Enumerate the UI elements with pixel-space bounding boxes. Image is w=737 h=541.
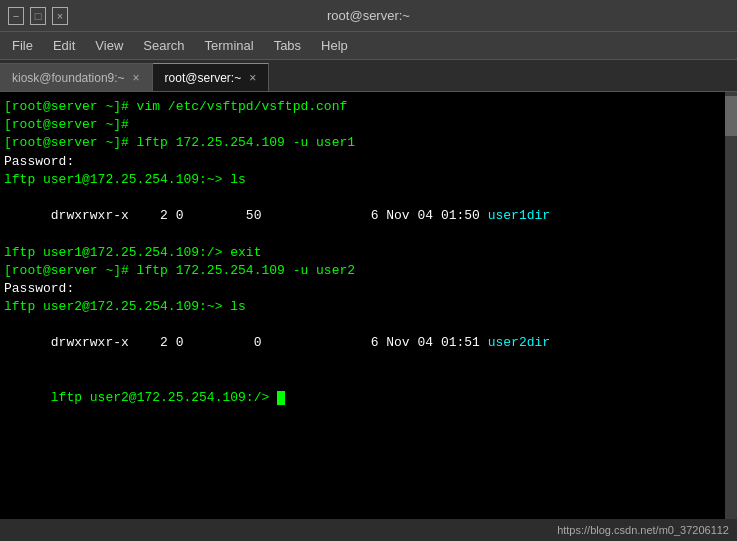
terminal-line-4: Password: [4, 153, 721, 171]
menu-search[interactable]: Search [135, 36, 192, 55]
menu-tabs[interactable]: Tabs [266, 36, 309, 55]
maximize-button[interactable]: □ [30, 7, 46, 25]
tab-kiosk[interactable]: kiosk@foundation9:~ × [0, 63, 153, 91]
terminal[interactable]: [root@server ~]# vim /etc/vsftpd/vsftpd.… [0, 92, 725, 519]
statusbar: https://blog.csdn.net/m0_37206112 [0, 519, 737, 541]
terminal-line-6: drwxrwxr-x 2 0 50 6 Nov 04 01:50 user1di… [4, 189, 721, 244]
scrollbar-thumb[interactable] [725, 96, 737, 136]
terminal-line-7: lftp user1@172.25.254.109:/> exit [4, 244, 721, 262]
tab-root-label: root@server:~ [165, 71, 242, 85]
minimize-button[interactable]: − [8, 7, 24, 25]
status-url: https://blog.csdn.net/m0_37206112 [557, 524, 729, 536]
close-button[interactable]: × [52, 7, 68, 25]
menu-edit[interactable]: Edit [45, 36, 83, 55]
window-title: root@server:~ [68, 8, 669, 23]
tab-kiosk-label: kiosk@foundation9:~ [12, 71, 125, 85]
scrollbar[interactable] [725, 92, 737, 519]
cursor [277, 391, 285, 405]
menu-terminal[interactable]: Terminal [197, 36, 262, 55]
menu-view[interactable]: View [87, 36, 131, 55]
tab-root[interactable]: root@server:~ × [153, 63, 270, 91]
terminal-line-11: drwxrwxr-x 2 0 0 6 Nov 04 01:51 user2dir [4, 316, 721, 371]
menu-file[interactable]: File [4, 36, 41, 55]
terminal-line-9: Password: [4, 280, 721, 298]
terminal-line-1: [root@server ~]# vim /etc/vsftpd/vsftpd.… [4, 98, 721, 116]
terminal-line-8: [root@server ~]# lftp 172.25.254.109 -u … [4, 262, 721, 280]
terminal-line-10: lftp user2@172.25.254.109:~> ls [4, 298, 721, 316]
terminal-wrapper: [root@server ~]# vim /etc/vsftpd/vsftpd.… [0, 92, 737, 519]
tabs-bar: kiosk@foundation9:~ × root@server:~ × [0, 60, 737, 92]
terminal-line-5: lftp user1@172.25.254.109:~> ls [4, 171, 721, 189]
menu-help[interactable]: Help [313, 36, 356, 55]
titlebar: − □ × root@server:~ [0, 0, 737, 32]
menubar: File Edit View Search Terminal Tabs Help [0, 32, 737, 60]
terminal-line-3: [root@server ~]# lftp 172.25.254.109 -u … [4, 134, 721, 152]
terminal-line-2: [root@server ~]# [4, 116, 721, 134]
terminal-line-12: lftp user2@172.25.254.109:/> [4, 371, 721, 426]
tab-kiosk-close[interactable]: × [133, 71, 140, 85]
tab-root-close[interactable]: × [249, 71, 256, 85]
